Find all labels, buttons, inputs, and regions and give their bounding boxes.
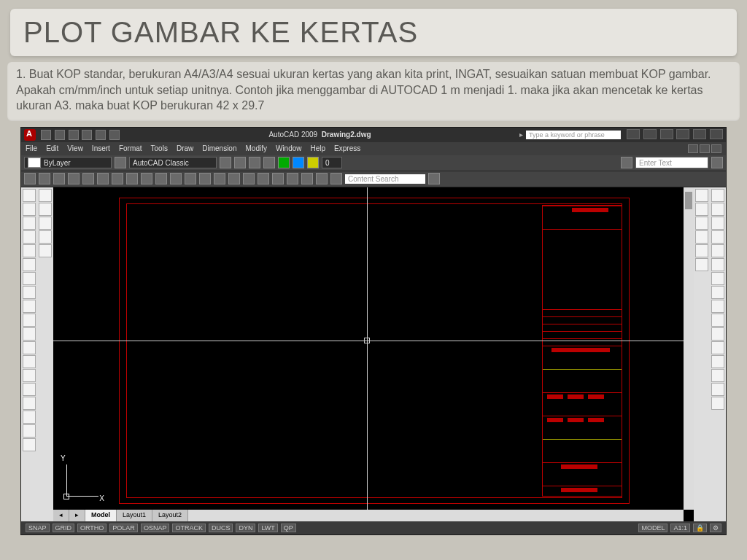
menu-format[interactable]: Format — [119, 144, 142, 152]
print-icon[interactable] — [68, 173, 80, 184]
vt-icon-5[interactable] — [695, 244, 708, 257]
trim-icon[interactable] — [711, 314, 724, 327]
publish-icon[interactable] — [97, 173, 109, 184]
status-snap[interactable]: SNAP — [26, 524, 50, 532]
properties-icon[interactable] — [258, 173, 269, 184]
erase-icon[interactable] — [711, 189, 724, 202]
qcalc-icon[interactable] — [330, 173, 342, 184]
layer-index-select[interactable]: 0 — [322, 157, 342, 168]
designcenter-icon[interactable] — [272, 173, 284, 184]
qat-redo-icon[interactable] — [96, 130, 106, 140]
polygon-icon[interactable] — [23, 230, 36, 244]
status-lwt[interactable]: LWT — [258, 524, 277, 532]
tab-layout1[interactable]: Layout1 — [117, 510, 152, 521]
infocenter-arrow-icon[interactable]: ▸ — [519, 131, 523, 139]
offset-icon[interactable] — [711, 230, 724, 244]
explode-icon[interactable] — [711, 397, 724, 410]
mdi-minimize-icon[interactable] — [688, 144, 698, 153]
content-search-go-icon[interactable] — [428, 173, 440, 184]
status-model[interactable]: MODEL — [638, 524, 667, 532]
menu-insert[interactable]: Insert — [92, 144, 110, 152]
text-style-icon[interactable] — [621, 157, 632, 168]
zoom-previous-icon[interactable] — [243, 173, 255, 184]
infocenter-search[interactable]: Type a keyword or phrase — [526, 131, 621, 139]
stretch-icon[interactable] — [711, 300, 724, 313]
extend-icon[interactable] — [711, 327, 724, 341]
tool-run-icon[interactable] — [278, 157, 290, 168]
move-icon[interactable] — [711, 258, 724, 271]
status-osnap[interactable]: OSNAP — [141, 524, 170, 532]
tool-icon-3[interactable] — [249, 157, 260, 168]
gradient-icon[interactable] — [23, 397, 36, 410]
cut-icon[interactable] — [112, 173, 123, 184]
scale-icon[interactable] — [711, 286, 724, 299]
layer-state-icon[interactable] — [115, 157, 126, 168]
status-scale[interactable]: A1:1 — [670, 524, 690, 532]
status-otrack[interactable]: OTRACK — [172, 524, 206, 532]
vt-icon-1[interactable] — [695, 189, 708, 202]
mdi-close-icon[interactable] — [711, 144, 721, 153]
tool-icon-1[interactable] — [220, 157, 231, 168]
tool-icon-4[interactable] — [263, 157, 275, 168]
hatch-icon[interactable] — [23, 383, 36, 396]
copy-icon[interactable] — [126, 173, 138, 184]
tab-layout2[interactable]: Layout2 — [152, 510, 188, 521]
tool-globe-icon[interactable] — [293, 157, 304, 168]
rectangle-icon[interactable] — [23, 244, 36, 257]
tool-icon-2[interactable] — [234, 157, 246, 168]
open-icon[interactable] — [39, 173, 50, 184]
makeblock-icon[interactable] — [23, 355, 36, 368]
ellipse-icon[interactable] — [23, 314, 36, 327]
tab-nav-right[interactable]: ▸ — [69, 510, 85, 521]
sheetset-icon[interactable] — [301, 173, 313, 184]
break-icon[interactable] — [711, 341, 724, 354]
new-icon[interactable] — [24, 173, 36, 184]
table-icon[interactable] — [23, 424, 36, 438]
redo-icon[interactable] — [185, 173, 196, 184]
app-logo-icon[interactable] — [24, 129, 36, 141]
vt-icon-2[interactable] — [695, 203, 708, 216]
restore-button[interactable] — [693, 129, 706, 139]
array-icon[interactable] — [711, 244, 724, 257]
mdi-restore-icon[interactable] — [700, 144, 710, 153]
vertical-scrollbar[interactable] — [684, 187, 694, 510]
content-search-input[interactable]: Content Search — [345, 174, 425, 184]
toolpalette-icon[interactable] — [287, 173, 298, 184]
revcloud-icon[interactable] — [23, 286, 36, 299]
arc-icon[interactable] — [23, 258, 36, 271]
minimize-button[interactable] — [627, 129, 640, 139]
dt2-icon-3[interactable] — [39, 217, 52, 230]
qat-plot-icon[interactable] — [109, 130, 120, 140]
menu-dimension[interactable]: Dimension — [202, 144, 236, 152]
status-lock-icon[interactable]: 🔒 — [693, 524, 707, 532]
horizontal-scrollbar[interactable]: ◂ ▸ Model Layout1 Layout2 — [53, 510, 684, 521]
qat-undo-icon[interactable] — [82, 130, 92, 140]
search-go-icon[interactable] — [711, 157, 723, 168]
line-icon[interactable] — [23, 189, 36, 202]
region-icon[interactable] — [23, 411, 36, 424]
join-icon[interactable] — [711, 355, 724, 368]
markup-icon[interactable] — [316, 173, 328, 184]
status-ducs[interactable]: DUCS — [209, 524, 233, 532]
status-qp[interactable]: QP — [281, 524, 296, 532]
mirror-icon[interactable] — [711, 217, 724, 230]
save-icon[interactable] — [53, 173, 65, 184]
drawing-canvas[interactable]: Y X ◂ ▸ Model Layout1 Layout2 — [53, 187, 694, 521]
menu-tools[interactable]: Tools — [151, 144, 168, 152]
polyline-icon[interactable] — [23, 217, 36, 230]
point-icon[interactable] — [23, 369, 36, 382]
menu-draw[interactable]: Draw — [177, 144, 193, 152]
status-grid[interactable]: GRID — [53, 524, 75, 532]
workspace-select[interactable]: AutoCAD Classic — [129, 157, 217, 168]
spline-icon[interactable] — [23, 300, 36, 313]
tab-model[interactable]: Model — [85, 510, 117, 521]
dt2-icon-5[interactable] — [39, 244, 52, 257]
ellipsearc-icon[interactable] — [23, 327, 36, 341]
vt-icon-4[interactable] — [695, 230, 708, 244]
xline-icon[interactable] — [23, 203, 36, 216]
qat-save-icon[interactable] — [69, 130, 79, 140]
dt2-icon-2[interactable] — [39, 203, 52, 216]
chamfer-icon[interactable] — [711, 369, 724, 382]
menu-file[interactable]: File — [26, 144, 37, 152]
zoom-realtime-icon[interactable] — [214, 173, 225, 184]
